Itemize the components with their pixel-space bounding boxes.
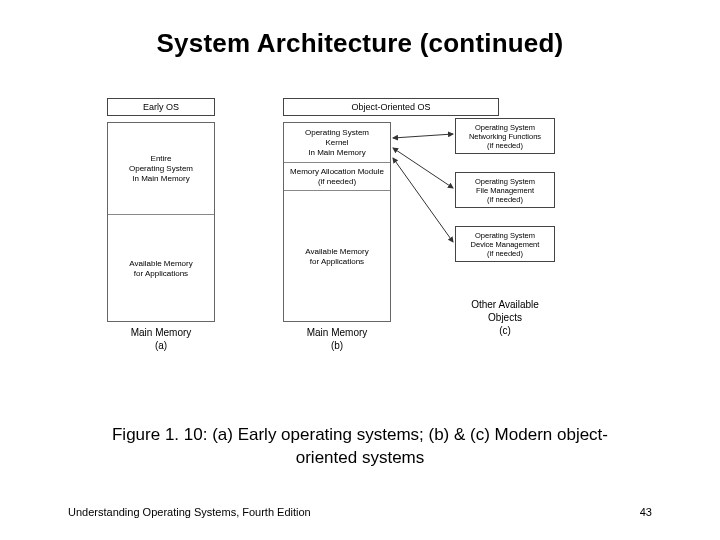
col-b-label2: (b)	[283, 339, 391, 352]
col-b-label1: Main Memory	[283, 326, 391, 339]
diagram-area: Early OS Object-Oriented OS EntireOperat…	[95, 98, 655, 408]
figure-caption: Figure 1. 10: (a) Early operating system…	[0, 424, 720, 470]
svg-line-2	[393, 158, 453, 242]
svg-line-0	[393, 134, 453, 138]
col-c-obj-filemgmt: Operating SystemFile Management(if neede…	[455, 172, 555, 208]
col-b-memory: Operating SystemKernelIn Main Memory Mem…	[283, 122, 391, 322]
col-a-header: Early OS	[107, 98, 215, 116]
col-b-mam-section: Memory Allocation Module(if needed)	[284, 163, 390, 191]
col-a-avail-section: Available Memoryfor Applications	[108, 215, 214, 323]
footer-book: Understanding Operating Systems, Fourth …	[68, 506, 311, 518]
col-c-label1: Other Available	[455, 298, 555, 311]
col-c-label2: Objects	[455, 311, 555, 324]
svg-line-1	[393, 148, 453, 188]
col-c-obj-device: Operating SystemDevice Management(if nee…	[455, 226, 555, 262]
col-b-header: Object-Oriented OS	[283, 98, 499, 116]
col-c-label3: (c)	[455, 324, 555, 337]
col-b-avail-section: Available Memoryfor Applications	[284, 191, 390, 323]
col-b-kernel-section: Operating SystemKernelIn Main Memory	[284, 123, 390, 163]
col-a-memory: EntireOperating SystemIn Main Memory Ava…	[107, 122, 215, 322]
footer-page: 43	[640, 506, 652, 518]
col-a-os-section: EntireOperating SystemIn Main Memory	[108, 123, 214, 215]
col-c-obj-networking: Operating SystemNetworking Functions(if …	[455, 118, 555, 154]
col-a-label2: (a)	[107, 339, 215, 352]
col-a-label1: Main Memory	[107, 326, 215, 339]
slide-title: System Architecture (continued)	[0, 0, 720, 59]
